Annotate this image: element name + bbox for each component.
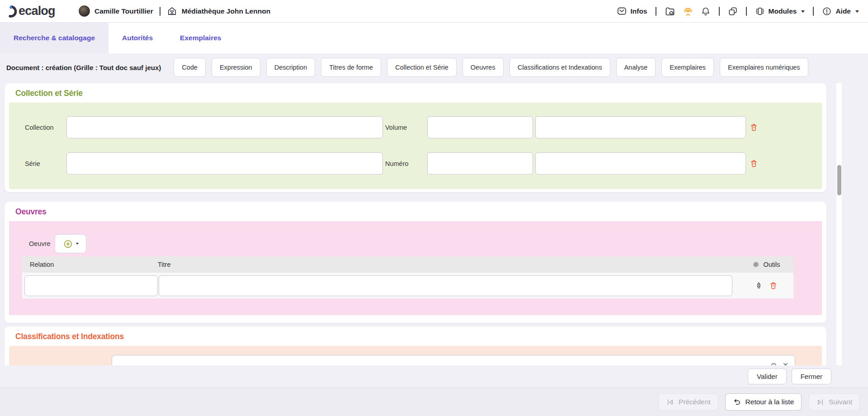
goto-section-exemplaires-button[interactable]: Exemplaires [661,58,714,77]
collection-input[interactable] [66,116,383,138]
numero-label: Numéro [383,160,427,167]
goto-section-exemplaires-num-riques-button[interactable]: Exemplaires numériques [720,58,808,77]
section-collection-serie: Collection et Série Collection Volume [5,83,826,192]
scrollbar-thumb[interactable] [837,165,841,195]
info-circle-icon [822,6,832,16]
trash-icon [750,159,758,168]
header-divider [160,7,160,16]
document-toolbar: Document : création (Grille : Tout doc s… [0,53,836,81]
library-selector: Médiathèque John Lennon [167,6,270,16]
decalog-logo-icon [7,4,20,19]
duplicate-icon[interactable] [728,6,738,16]
section-title-oeuvres: Oeuvres [15,207,822,217]
retour-liste-label: Retour à la liste [745,398,794,406]
oeuvre-label: Oeuvre [29,240,55,247]
catalog-form: Collection et Série Collection Volume [0,81,868,416]
header-divider [719,7,720,16]
column-outils: Outils [739,260,793,269]
delete-oeuvre-row-button[interactable] [769,281,778,290]
document-title: Document : création (Grille : Tout doc s… [6,64,161,71]
outils-label: Outils [763,261,780,268]
fermer-button[interactable]: Fermer [792,369,831,384]
valider-button[interactable]: Valider [748,369,787,384]
chevron-down-icon [801,10,805,13]
sort-arrows-icon [755,281,763,290]
numero-input[interactable] [427,152,533,175]
precedent-button[interactable]: Précédent [658,393,718,411]
oeuvre-add-row: Oeuvre [9,234,822,253]
record-nav-bar: Précédent Retour à la liste Suivant [0,388,868,416]
trash-icon [750,123,758,132]
oeuvres-table: Relation Titre Outils [22,256,793,298]
library-name: Médiathèque John Lennon [182,7,270,15]
header-divider [746,7,747,16]
tab-recherche-catalogage[interactable]: Recherche & catalogage [0,23,108,53]
user-avatar [79,5,90,17]
tab-autorit-s[interactable]: Autorités [108,23,166,53]
serie-extra-input[interactable] [535,152,746,175]
suivant-label: Suivant [829,398,852,406]
goto-section-titres-de-forme-button[interactable]: Titres de forme [321,58,381,77]
serie-label: Série [25,160,66,167]
goto-section-analyse-button[interactable]: Analyse [616,58,656,77]
infos-label: Infos [631,7,647,15]
goto-section-collection-et-s-rie-button[interactable]: Collection et Série [387,58,457,77]
collection-row: Collection Volume [9,116,822,138]
notifications-bell-icon[interactable] [701,6,711,16]
goto-section-classifications-et-indexations-button[interactable]: Classifications et Indexations [509,58,610,77]
plus-circle-icon [63,239,73,249]
goto-section-oeuvres-button[interactable]: Oeuvres [462,58,504,77]
serie-input[interactable] [66,152,383,175]
skip-previous-icon [666,398,675,407]
goto-section-expression-button[interactable]: Expression [212,58,260,77]
app-header: ecalog Camille Tourtillier Médiathèque J… [0,0,868,23]
oeuvres-panel: Oeuvre Relation Titre [9,221,822,315]
volume-input[interactable] [427,116,533,138]
modules-menu[interactable]: Modules [755,6,805,16]
goto-section-description-button[interactable]: Description [266,58,316,77]
suivant-button[interactable]: Suivant [808,393,860,411]
section-title-classifications: Classifications et Indexations [15,332,822,341]
gear-icon [752,260,760,269]
skip-next-icon [816,398,825,407]
tabbar: Recherche & catalogageAutoritésExemplair… [0,23,868,53]
logo-wordmark: ecalog [19,4,55,18]
collection-label: Collection [25,124,66,131]
column-relation: Relation [22,261,158,268]
delete-collection-button[interactable] [750,123,758,132]
relation-input[interactable] [24,275,158,296]
infos-button[interactable]: Infos [617,6,647,16]
chevron-down-icon [76,243,79,245]
retour-liste-button[interactable]: Retour à la liste [725,393,802,411]
assistance-icon[interactable] [683,6,693,17]
oeuvres-table-header: Relation Titre Outils [22,256,793,273]
section-oeuvres: Oeuvres Oeuvre Relation Titre [5,202,826,323]
collection-extra-input[interactable] [535,116,746,138]
aide-label: Aide [835,7,851,15]
delete-serie-button[interactable] [750,159,758,168]
decalog-logo: ecalog [7,4,79,19]
collection-panel: Collection Volume Série Numéro [9,103,822,189]
scrollbar-track[interactable] [836,83,842,365]
user-name: Camille Tourtillier [94,7,153,15]
aide-menu[interactable]: Aide [822,6,859,16]
toolbar-buttons: CodeExpressionDescriptionTitres de forme… [174,58,808,77]
titre-input[interactable] [159,275,732,296]
reorder-row-button[interactable] [755,281,763,290]
tab-exemplaires[interactable]: Exemplaires [166,23,235,53]
add-oeuvre-button[interactable] [55,234,86,253]
header-divider [813,7,814,16]
volume-label: Volume [383,124,427,131]
modules-label: Modules [769,7,797,15]
folder-cloud-icon[interactable] [665,6,675,17]
oeuvre-table-row [22,273,793,298]
column-titre: Titre [158,261,739,268]
section-title-collection: Collection et Série [15,89,822,98]
mail-icon [617,6,627,16]
header-divider [656,7,656,16]
goto-section-code-button[interactable]: Code [174,58,206,77]
return-arrow-icon [733,398,741,407]
serie-row: Série Numéro [9,152,822,175]
precedent-label: Précédent [679,398,711,406]
user-menu[interactable]: Camille Tourtillier [79,5,153,17]
